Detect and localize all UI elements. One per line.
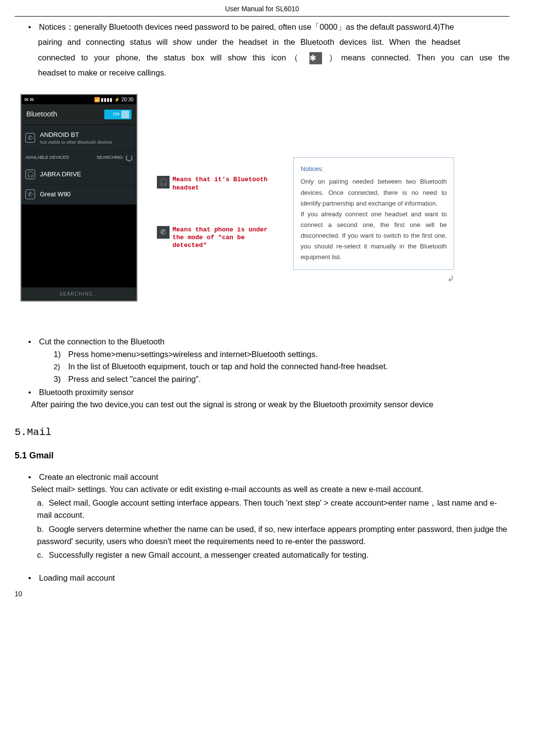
- loading-account-bullet: Loading mail account: [28, 572, 510, 584]
- step-number: 3): [54, 373, 68, 385]
- device-row-self[interactable]: ✆ ANDROID BT Not visible to other Blueto…: [21, 125, 136, 151]
- sub-step-text: Successfully register a new Gmail accoun…: [49, 550, 369, 559]
- proximity-heading: Bluetooth proximity sensor: [28, 386, 510, 398]
- step-text: Press home>menu>settings>wireless and in…: [68, 350, 318, 359]
- step-text: Press and select "cancel the pairing".: [68, 375, 201, 383]
- paragraph: Select mail> settings. You can activate …: [31, 483, 510, 495]
- proximity-text: After pairing the two device,you can tes…: [31, 398, 510, 411]
- sub-step-text: Google servers determine whether the nam…: [37, 525, 507, 546]
- figures-row: ✉ ✉ 📶 ▮▮▮▮ ⚡ 20:30 Bluetooth ON ✆ ANDROI…: [20, 94, 510, 302]
- page-header: User Manual for SL6010: [15, 4, 510, 17]
- annotation-text: Means that phone is under the mode of "c…: [172, 226, 269, 250]
- text: pairing and connecting status will show …: [38, 35, 510, 50]
- phone-screenshot: ✉ ✉ 📶 ▮▮▮▮ ⚡ 20:30 Bluetooth ON ✆ ANDROI…: [20, 94, 137, 302]
- device-name: Great W90: [40, 189, 71, 199]
- step-list: 1)Press home>menu>settings>wireless and …: [54, 348, 510, 385]
- step-text: In the list of Bluetooth equipment, touc…: [68, 362, 388, 371]
- available-devices-header: AVAILABLE DEVICES SEARCHING: [21, 151, 136, 165]
- bluetooth-toggle[interactable]: ON: [104, 110, 132, 119]
- gmail-heading: 5.1 Gmail: [15, 449, 510, 462]
- text: Notices：generally Bluetooth devices need…: [39, 22, 454, 31]
- sub-step-text: Select mail, Google account setting inte…: [37, 498, 497, 519]
- searching-footer: SEARCHING...: [21, 287, 136, 301]
- create-account-bullet: Create an electronic mail account: [28, 471, 510, 483]
- notices-box: Notices: Only on pairing needed between …: [293, 157, 454, 270]
- notices-paragraph: Notices：generally Bluetooth devices need…: [38, 19, 510, 80]
- status-right-icons: 📶 ▮▮▮▮ ⚡ 20:30: [94, 96, 134, 103]
- step-number: 1): [54, 348, 68, 360]
- device-row[interactable]: 🎧 JABRA DRIVE: [21, 165, 136, 185]
- searching-label: SEARCHING: [96, 154, 123, 161]
- device-row[interactable]: ✆ Great W90: [21, 185, 136, 205]
- cursor-mark: ↲: [293, 273, 454, 285]
- notices-title: Notices:: [301, 164, 447, 174]
- headset-icon: 🎧: [25, 170, 35, 179]
- notices-paragraph: Only on pairing needed between two Bluet…: [301, 176, 447, 208]
- text: ）means connected. Then you can use the: [329, 53, 510, 62]
- phone-icon: ✆: [25, 189, 35, 199]
- status-left-icons: ✉ ✉: [24, 96, 34, 103]
- device-subtext: Not visible to other Bluetooth devices: [40, 139, 112, 146]
- notices-paragraph: If you already connect one headset and w…: [301, 209, 447, 263]
- bluetooth-label: Bluetooth: [26, 109, 57, 120]
- phone-icon: ✆: [25, 133, 35, 143]
- toggle-label: ON: [113, 111, 120, 118]
- section-5-heading: 5.Mail: [15, 425, 510, 440]
- empty-area: [21, 205, 136, 287]
- bluetooth-header: Bluetooth ON: [21, 104, 136, 125]
- sub-step-c: c.Successfully register a new Gmail acco…: [37, 549, 510, 561]
- annotation-column: 🎧 Means that it's Bluetooth headset ✆ Me…: [157, 94, 269, 284]
- cut-connection-heading: Cut the connection to the Bluetooth: [28, 336, 510, 348]
- annotation-2: ✆ Means that phone is under the mode of …: [157, 226, 269, 250]
- bluetooth-icon: ✱: [309, 52, 322, 64]
- text: connected to your phone, the status box …: [38, 53, 302, 62]
- phone-status-bar: ✉ ✉ 📶 ▮▮▮▮ ⚡ 20:30: [21, 95, 136, 104]
- text: headset to make or receive callings.: [38, 65, 510, 80]
- device-name: ANDROID BT: [40, 130, 112, 140]
- annotation-1: 🎧 Means that it's Bluetooth headset: [157, 176, 269, 192]
- page-number: 10: [15, 589, 510, 599]
- available-label: AVAILABLE DEVICES: [25, 154, 69, 161]
- headset-icon: 🎧: [157, 176, 170, 189]
- device-name: JABRA DRIVE: [40, 170, 81, 179]
- sub-step-b: b.Google servers determine whether the n…: [37, 523, 510, 548]
- annotation-text: Means that it's Bluetooth headset: [172, 176, 269, 192]
- toggle-knob: [121, 111, 129, 118]
- spinner-icon: [126, 154, 133, 161]
- sub-step-a: a.Select mail, Google account setting in…: [37, 497, 510, 521]
- phone-icon: ✆: [157, 226, 170, 239]
- step-number: 2): [54, 361, 68, 373]
